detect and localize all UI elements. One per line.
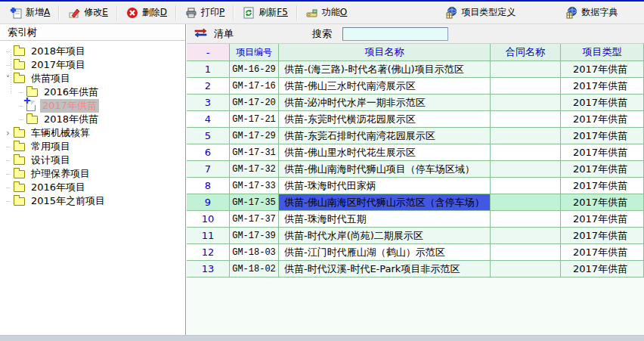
cell-contract-name[interactable]: [491, 194, 561, 210]
tree-expand-icon[interactable]: [3, 157, 13, 165]
cell-row-number[interactable]: 9: [187, 194, 230, 210]
cell-project-code[interactable]: GM-18-02: [230, 261, 279, 277]
table-row[interactable]: 6 GM-17-31 供苗-佛山里水时代花生展示区 2017年供苗: [187, 144, 644, 161]
edit-button[interactable]: 修改E: [63, 4, 113, 21]
cell-project-type[interactable]: 2017年供苗: [561, 111, 644, 127]
delete-button[interactable]: 删除D: [121, 4, 172, 21]
cell-project-code[interactable]: GM-17-32: [230, 161, 279, 177]
cell-row-number[interactable]: 10: [187, 211, 230, 227]
table-row[interactable]: 11 GM-17-39 供苗-时代水岸(尚苑)二期展示区 2017年供苗: [187, 228, 644, 244]
table-row[interactable]: 2 GM-17-16 供苗-佛山三水时代南湾展示区 2017年供苗: [187, 78, 644, 95]
cell-project-type[interactable]: 2017年供苗: [561, 244, 644, 260]
cell-project-name[interactable]: 供苗-珠海时代五期: [279, 211, 491, 227]
cell-project-code[interactable]: GM-17-39: [230, 228, 279, 243]
table-row[interactable]: 8 GM-17-33 供苗-珠海时代田家炳 2017年供苗: [187, 178, 644, 194]
cell-contract-name[interactable]: [491, 211, 561, 227]
cell-project-name[interactable]: 供苗-佛山南海区时代狮山示范区（含停车场）: [279, 194, 491, 210]
cell-project-code[interactable]: GM-17-31: [230, 144, 279, 160]
cell-project-name[interactable]: 供苗-佛山里水时代花生展示区: [279, 144, 491, 160]
cell-project-type[interactable]: 2017年供苗: [561, 228, 644, 243]
cell-row-number[interactable]: 2: [187, 78, 230, 94]
cell-row-number[interactable]: 12: [187, 244, 230, 260]
print-button[interactable]: 打印P: [180, 4, 230, 21]
cell-contract-name[interactable]: [491, 228, 561, 243]
cell-project-type[interactable]: 2017年供苗: [561, 78, 644, 94]
cell-contract-name[interactable]: [491, 178, 561, 194]
cell-project-type[interactable]: 2017年供苗: [561, 261, 644, 277]
cell-project-code[interactable]: GM-17-35: [230, 194, 279, 210]
cell-project-type[interactable]: 2017年供苗: [561, 211, 644, 227]
cell-contract-name[interactable]: [491, 128, 561, 144]
refresh-button[interactable]: 刷新F5: [237, 4, 293, 21]
cell-contract-name[interactable]: [491, 144, 561, 160]
cell-project-name[interactable]: 供苗-泌冲时代水岸一期非示范区: [279, 95, 491, 110]
cell-contract-name[interactable]: [491, 161, 561, 177]
cell-project-code[interactable]: GM-16-29: [230, 61, 279, 77]
cell-contract-name[interactable]: [491, 261, 561, 277]
column-header-code[interactable]: 项目编号: [230, 44, 279, 60]
table-row[interactable]: 3 GM-17-20 供苗-泌冲时代水岸一期非示范区 2017年供苗: [187, 95, 644, 111]
tree-item[interactable]: 2017年项目: [0, 58, 185, 72]
cell-contract-name[interactable]: [491, 244, 561, 260]
horizontal-scrollbar[interactable]: [0, 335, 644, 341]
tree-expand-icon[interactable]: [3, 128, 13, 138]
tree-item[interactable]: 2017年供苗: [0, 99, 185, 113]
function-button[interactable]: 功能O: [301, 4, 352, 21]
tree-expand-icon[interactable]: [3, 48, 13, 56]
swap-arrows-icon[interactable]: [194, 28, 207, 40]
tree-item[interactable]: 2015年之前项目: [0, 194, 185, 208]
cell-row-number[interactable]: 1: [187, 61, 230, 77]
cell-project-name[interactable]: 供苗-时代水岸(尚苑)二期展示区: [279, 228, 491, 243]
cell-project-code[interactable]: GM-17-37: [230, 211, 279, 227]
cell-row-number[interactable]: 8: [187, 178, 230, 194]
tree-expand-icon[interactable]: [3, 75, 13, 83]
tree-item[interactable]: 设计项目: [0, 153, 185, 167]
cell-row-number[interactable]: 6: [187, 144, 230, 160]
table-row[interactable]: 4 GM-17-21 供苗-东莞时代横沥花园展示区 2017年供苗: [187, 111, 644, 128]
tree-expand-icon[interactable]: [3, 143, 13, 151]
cell-row-number[interactable]: 13: [187, 261, 230, 277]
cell-project-name[interactable]: 供苗-佛山南海时代狮山项目（停车场区域）: [279, 161, 491, 177]
cell-row-number[interactable]: 5: [187, 128, 230, 144]
cell-project-type[interactable]: 2017年供苗: [561, 128, 644, 144]
cell-project-type[interactable]: 2017年供苗: [561, 194, 644, 210]
cell-project-code[interactable]: GM-17-20: [230, 95, 279, 110]
cell-contract-name[interactable]: [491, 61, 561, 77]
column-header-name[interactable]: 项目名称: [279, 44, 491, 60]
tree-item[interactable]: 2018年供苗: [0, 113, 185, 126]
tree-expand-icon[interactable]: [16, 116, 26, 124]
table-row[interactable]: 10 GM-17-37 供苗-珠海时代五期 2017年供苗: [187, 211, 644, 228]
column-header-index[interactable]: -: [187, 44, 230, 60]
search-input[interactable]: [342, 27, 448, 41]
cell-project-name[interactable]: 供苗-珠海时代田家炳: [279, 178, 491, 194]
cell-contract-name[interactable]: [491, 111, 561, 127]
cell-project-name[interactable]: 供苗-佛山三水时代南湾展示区: [279, 78, 491, 94]
tree-expand-icon[interactable]: [3, 61, 13, 70]
cell-project-code[interactable]: GM-17-33: [230, 178, 279, 194]
cell-project-type[interactable]: 2017年供苗: [561, 161, 644, 177]
cell-project-name[interactable]: 供苗-东莞石排时代南湾花园展示区: [279, 128, 491, 144]
table-row[interactable]: 13 GM-18-02 供苗-时代汉溪-时代E-Park项目非示范区 2017年…: [187, 261, 644, 277]
cell-project-name[interactable]: 供苗-江门时代雁山湖（鹤山）示范区: [279, 244, 491, 260]
cell-project-type[interactable]: 2017年供苗: [561, 61, 644, 77]
cell-project-code[interactable]: GM-17-21: [230, 111, 279, 127]
column-header-contract[interactable]: 合同名称: [491, 44, 561, 60]
cell-row-number[interactable]: 11: [187, 228, 230, 243]
cell-contract-name[interactable]: [491, 95, 561, 110]
tree-item[interactable]: 护理保养项目: [0, 167, 185, 181]
cell-row-number[interactable]: 7: [187, 161, 230, 177]
column-header-type[interactable]: 项目类型: [561, 44, 644, 60]
table-row[interactable]: 1 GM-16-29 供苗-(海三路)-时代名著(佛山)项目示范区 2017年供…: [187, 61, 644, 78]
cell-project-type[interactable]: 2017年供苗: [561, 178, 644, 194]
tree-expand-icon[interactable]: [3, 184, 13, 192]
cell-project-code[interactable]: GM-18-03: [230, 244, 279, 260]
tree-expand-icon[interactable]: [3, 170, 13, 178]
tree-item[interactable]: 常用项目: [0, 140, 185, 153]
table-row[interactable]: 5 GM-17-29 供苗-东莞石排时代南湾花园展示区 2017年供苗: [187, 128, 644, 144]
tree-item[interactable]: 供苗项目: [0, 72, 185, 85]
cell-project-type[interactable]: 2017年供苗: [561, 144, 644, 160]
tree-item[interactable]: 车辆机械核算: [0, 126, 185, 140]
cell-project-code[interactable]: GM-17-29: [230, 128, 279, 144]
cell-row-number[interactable]: 4: [187, 111, 230, 127]
table-row[interactable]: 12 GM-18-03 供苗-江门时代雁山湖（鹤山）示范区 2017年供苗: [187, 244, 644, 261]
